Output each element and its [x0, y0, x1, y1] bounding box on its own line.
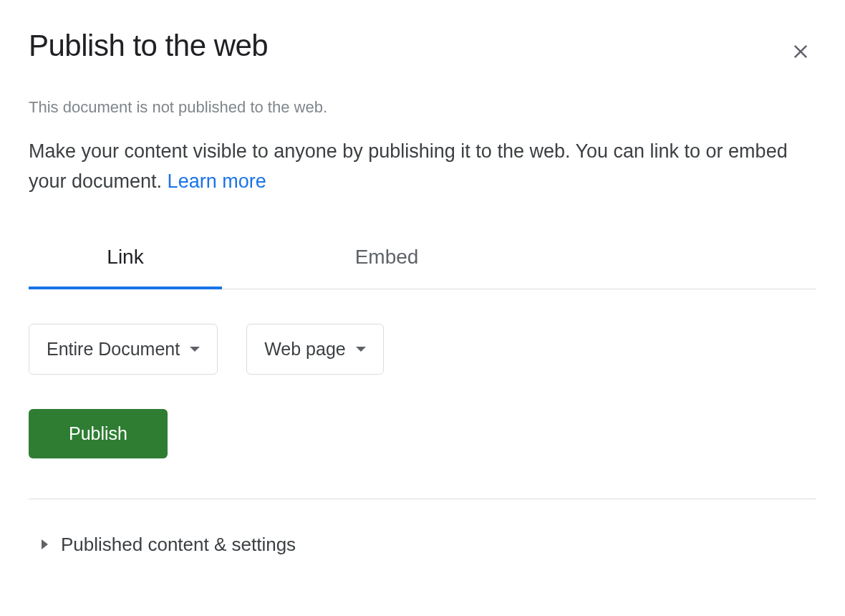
dialog-title: Publish to the web [29, 29, 268, 63]
published-settings-expander[interactable]: Published content & settings [29, 528, 816, 562]
close-button[interactable] [785, 36, 816, 69]
expander-label: Published content & settings [61, 534, 296, 556]
divider [29, 499, 816, 499]
dialog-description: Make your content visible to anyone by p… [29, 137, 816, 197]
publish-button[interactable]: Publish [29, 409, 168, 458]
publish-dialog: Publish to the web This document is not … [0, 0, 845, 562]
tab-link[interactable]: Link [29, 226, 222, 289]
format-dropdown-label: Web page [264, 339, 346, 360]
caret-down-icon [356, 347, 366, 352]
caret-down-icon [190, 347, 200, 352]
close-icon [791, 42, 811, 64]
triangle-right-icon [42, 539, 48, 549]
tabs-container: Link Embed [29, 226, 816, 289]
tab-embed[interactable]: Embed [222, 226, 551, 289]
scope-dropdown-label: Entire Document [47, 339, 180, 360]
description-text: Make your content visible to anyone by p… [29, 140, 788, 192]
publish-status: This document is not published to the we… [29, 98, 816, 117]
format-dropdown[interactable]: Web page [246, 324, 384, 375]
controls-row: Entire Document Web page [29, 324, 816, 375]
dialog-header: Publish to the web [29, 29, 816, 69]
scope-dropdown[interactable]: Entire Document [29, 324, 218, 375]
learn-more-link[interactable]: Learn more [168, 170, 266, 192]
